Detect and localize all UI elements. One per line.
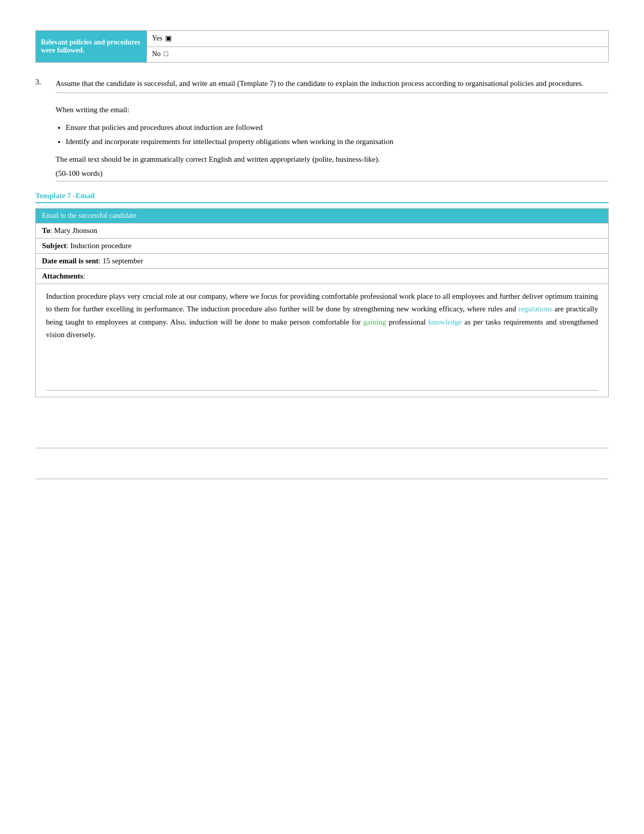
attachments-label: Attachments	[42, 272, 83, 280]
attachments-field: Attachments:	[36, 268, 609, 284]
bullet-item-2: Identify and incorporate requirements fo…	[66, 135, 609, 148]
date-value: 15 september	[103, 257, 143, 265]
email-header-row: Email to the successful candidate	[36, 208, 609, 223]
to-field: To: Mary Jhonson	[36, 223, 609, 238]
policies-label: Relevant policies and procedures were fo…	[36, 31, 147, 63]
body-text-3: professional	[386, 318, 428, 326]
no-row: No □	[147, 47, 609, 63]
to-label: To	[42, 226, 50, 235]
template-heading: Template 7 -Email	[35, 192, 609, 203]
to-row: To: Mary Jhonson	[36, 223, 609, 238]
knowledge-word: knowledge	[428, 318, 462, 326]
bottom-line-2	[35, 479, 609, 479]
bottom-line-1	[35, 448, 609, 448]
regulations-word: regulations	[518, 305, 552, 313]
no-label: No	[152, 50, 161, 58]
policies-table: Relevant policies and procedures were fo…	[35, 30, 609, 63]
email-table: Email to the successful candidate To: Ma…	[35, 208, 609, 398]
email-body: Induction procedure plays very crucial r…	[36, 284, 609, 397]
yes-label: Yes	[152, 34, 162, 42]
date-field: Date email is sent: 15 september	[36, 253, 609, 268]
section-number: 3.	[35, 78, 56, 86]
note-text: The email text should be in grammaticall…	[56, 154, 609, 165]
gaining-word: gaining	[363, 318, 386, 326]
sub-intro: When writing the email:	[56, 104, 609, 116]
section-3: 3. Assume that the candidate is successf…	[35, 78, 609, 181]
subject-label: Subject	[42, 242, 66, 250]
body-row: Induction procedure plays very crucial r…	[36, 284, 609, 397]
bottom-lines	[35, 418, 609, 479]
template7-section: Template 7 -Email Email to the successfu…	[35, 192, 609, 398]
subject-row: Subject: Induction procedure	[36, 238, 609, 253]
body-text-1: Induction procedure plays very crucial r…	[46, 292, 598, 313]
bullet-list: Ensure that policies and procedures abou…	[66, 121, 609, 148]
yes-checkbox: ▣	[165, 34, 172, 42]
bullet-item-1: Ensure that policies and procedures abou…	[66, 121, 609, 133]
no-checkbox: □	[164, 50, 168, 58]
to-value: Mary Jhonson	[54, 226, 97, 235]
yes-row: Yes ▣	[147, 31, 609, 47]
email-header: Email to the successful candidate	[36, 208, 609, 223]
attachments-row: Attachments:	[36, 268, 609, 284]
date-label: Date email is sent	[42, 257, 98, 265]
subject-value: Induction procedure	[70, 242, 131, 250]
section-main-text: Assume that the candidate is successful,…	[56, 78, 609, 93]
subject-field: Subject: Induction procedure	[36, 238, 609, 253]
word-count: (50-100 words)	[56, 169, 609, 181]
date-row: Date email is sent: 15 september	[36, 253, 609, 268]
